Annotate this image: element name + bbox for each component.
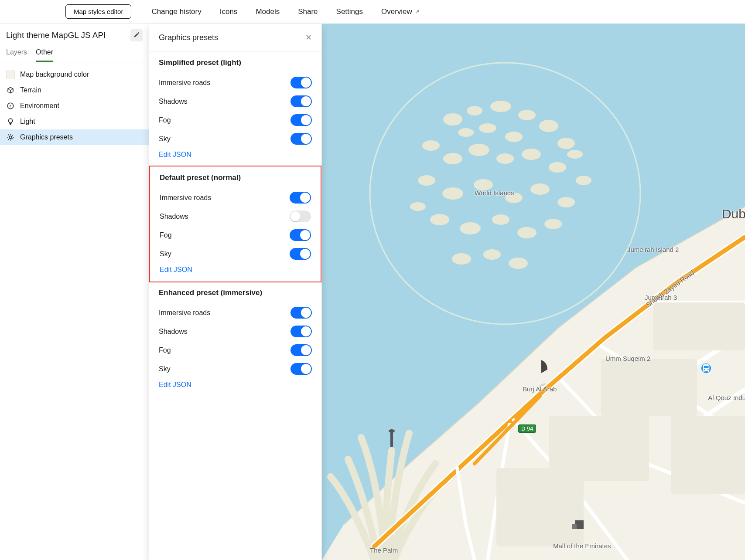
nav-change-history[interactable]: Change history (151, 7, 201, 16)
preset-option-label: Fog (160, 231, 172, 239)
preset-option-toggle[interactable] (290, 77, 312, 88)
preset-option-row: Fog (159, 111, 312, 129)
preset-option-toggle[interactable] (290, 229, 311, 241)
svg-rect-44 (572, 524, 577, 529)
preset-option-row: Sky (160, 244, 311, 263)
sidebar-item-label: Environment (20, 102, 59, 110)
toggle-knob (301, 96, 311, 106)
sidebar-tabs: Layers Other (0, 46, 149, 62)
sidebar-item-environment[interactable]: Environment (0, 98, 149, 114)
sidebar-item-label: Graphics presets (20, 133, 73, 141)
edit-json-link[interactable]: Edit JSON (160, 266, 192, 274)
preset-option-label: Shadows (160, 213, 188, 221)
preset-option-row: Shadows (159, 92, 312, 111)
nav-share[interactable]: Share (298, 7, 318, 16)
svg-point-8 (557, 138, 575, 149)
topbar: Map styles editor Change history Icons M… (0, 0, 745, 24)
svg-point-10 (443, 153, 462, 164)
toggle-knob (300, 230, 310, 240)
preset-option-label: Shadows (159, 98, 188, 105)
edit-style-name-button[interactable] (130, 29, 143, 41)
svg-point-4 (467, 106, 482, 115)
external-link-icon: ↗ (415, 8, 420, 15)
preset-option-row: Fog (159, 341, 312, 360)
preset-block: Enhanced preset (immersive)Immersive roa… (149, 282, 321, 397)
svg-point-3 (443, 113, 462, 126)
topbar-nav: Change history Icons Models Share Settin… (151, 7, 419, 16)
sidebar-list: Map background color Terrain Environment… (0, 62, 149, 145)
preset-title: Enhanced preset (immersive) (159, 288, 312, 297)
nav-overview-label: Overview (381, 7, 412, 16)
svg-point-6 (518, 110, 536, 120)
toggle-knob (301, 115, 311, 125)
svg-point-11 (468, 144, 489, 156)
nav-models[interactable]: Models (256, 7, 280, 16)
sidebar-item-label: Map background color (20, 71, 89, 78)
nav-settings[interactable]: Settings (336, 7, 363, 16)
preset-option-row: Immersive roads (160, 188, 311, 207)
preset-option-row: Sky (159, 360, 312, 378)
close-icon: ✕ (305, 33, 312, 42)
svg-point-22 (460, 222, 481, 234)
preset-title: Simplified preset (light) (159, 58, 312, 67)
preset-option-label: Sky (160, 250, 171, 258)
svg-point-34 (458, 128, 474, 137)
tab-other[interactable]: Other (36, 46, 53, 62)
preset-option-label: Shadows (159, 328, 188, 336)
map-canvas[interactable]: World Islands Dub Jumeirah Island 2 Jume… (322, 24, 745, 560)
svg-point-28 (509, 258, 528, 269)
cube-icon (6, 86, 15, 95)
preset-option-toggle[interactable] (290, 326, 312, 337)
map-label-umm-suqeim-2: Umm Suqeim 2 (605, 355, 650, 362)
preset-option-toggle[interactable] (290, 307, 312, 319)
preset-option-toggle[interactable] (290, 210, 311, 222)
preset-option-toggle[interactable] (290, 192, 311, 204)
preset-option-toggle[interactable] (290, 114, 312, 126)
edit-json-link[interactable]: Edit JSON (159, 151, 191, 159)
map-label-burj-al-arab: Burj Al Arab (523, 385, 557, 393)
map-styles-editor-button[interactable]: Map styles editor (65, 4, 131, 19)
preset-option-label: Sky (159, 365, 171, 373)
svg-point-12 (496, 153, 514, 164)
map-label-the-palm: The Palm (370, 546, 398, 554)
svg-point-19 (530, 183, 550, 195)
preset-option-toggle[interactable] (290, 363, 312, 375)
nav-overview[interactable]: Overview ↗ (381, 7, 420, 16)
nav-icons[interactable]: Icons (220, 7, 238, 16)
map-label-world-islands: World Islands (475, 189, 514, 197)
edit-json-link[interactable]: Edit JSON (159, 381, 191, 389)
preset-option-toggle[interactable] (290, 95, 312, 107)
svg-point-31 (567, 150, 583, 159)
svg-rect-39 (671, 416, 745, 494)
preset-option-toggle[interactable] (290, 248, 311, 260)
toggle-knob (301, 78, 311, 88)
preset-option-label: Immersive roads (160, 194, 211, 202)
svg-point-5 (490, 101, 511, 112)
svg-point-16 (442, 187, 463, 200)
preset-option-label: Fog (159, 346, 171, 354)
pencil-icon (133, 31, 140, 39)
bus-stop-icon (701, 363, 711, 373)
sidebar-item-terrain[interactable]: Terrain (0, 82, 149, 98)
style-name-input[interactable] (6, 31, 126, 40)
preset-option-row: Shadows (159, 322, 312, 341)
sidebar-item-label: Terrain (20, 86, 41, 94)
svg-point-20 (557, 197, 575, 207)
svg-point-26 (452, 253, 471, 265)
preset-option-toggle[interactable] (290, 133, 312, 145)
map-label-jumeirah-island-2: Jumeirah Island 2 (627, 246, 679, 253)
svg-rect-40 (496, 468, 584, 546)
preset-option-row: Immersive roads (159, 303, 312, 322)
preset-option-label: Fog (159, 116, 171, 124)
close-panel-button[interactable]: ✕ (304, 31, 314, 44)
sidebar-item-light[interactable]: Light (0, 114, 149, 129)
svg-point-13 (522, 149, 541, 160)
svg-point-23 (492, 214, 509, 225)
panel-title: Graphics presets (159, 33, 218, 42)
svg-point-21 (430, 214, 449, 225)
preset-block: Default preset (normal)Immersive roadsSh… (149, 166, 321, 282)
tab-layers[interactable]: Layers (6, 46, 27, 62)
preset-option-toggle[interactable] (290, 344, 312, 356)
sidebar-item-graphics-presets[interactable]: Graphics presets (0, 129, 149, 145)
sidebar-item-background-color[interactable]: Map background color (0, 67, 149, 82)
